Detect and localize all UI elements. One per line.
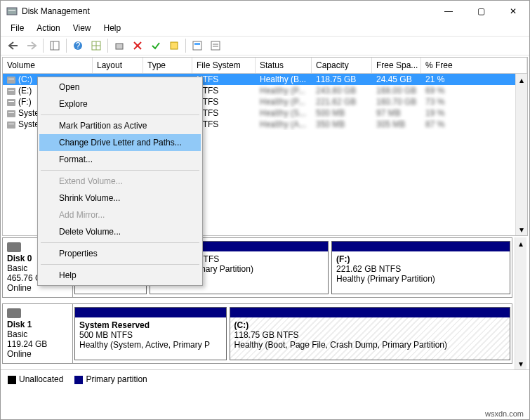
svg-rect-11 (116, 44, 123, 49)
partition-status: Healthy (System, Active, Primary P (79, 340, 210, 350)
partition[interactable]: (F:)221.62 GB NTFSHealthy (Primary Parti… (331, 241, 510, 294)
scroll-down-icon[interactable]: ▾ (515, 357, 526, 369)
titlebar: Disk Management — ▢ ✕ (1, 1, 529, 22)
menu-file[interactable]: File (5, 22, 29, 36)
view-icon[interactable] (46, 37, 63, 54)
context-menu-item: Add Mirror... (39, 206, 201, 223)
help-icon[interactable]: ? (69, 37, 86, 54)
column-headers: Volume Layout Type File System Status Ca… (3, 58, 527, 74)
props-icon[interactable] (189, 37, 206, 54)
svg-text:?: ? (76, 41, 81, 51)
partition-title: (F:) (336, 254, 350, 264)
volume-name: (E:) (18, 86, 32, 96)
col-fs[interactable]: File System (192, 58, 256, 73)
disk-header[interactable]: Disk 1 Basic 119.24 GB Online (3, 304, 73, 363)
svg-rect-17 (211, 41, 220, 50)
maximize-button[interactable]: ▢ (465, 1, 497, 22)
svg-rect-1 (8, 10, 15, 11)
context-menu: OpenExploreMark Partition as ActiveChang… (37, 77, 203, 286)
col-volume[interactable]: Volume (3, 58, 93, 73)
capacity: 221.62 GB (312, 96, 372, 107)
context-menu-item[interactable]: Explore (39, 96, 201, 112)
window-title: Disk Management (22, 6, 432, 16)
partition[interactable]: (C:)118.75 GB NTFSHealthy (Boot, Page Fi… (230, 307, 510, 360)
close-button[interactable]: ✕ (497, 1, 529, 22)
check-icon[interactable] (147, 37, 164, 54)
watermark: wsxdn.com (485, 409, 524, 418)
graphical-scrollbar[interactable]: ▴ ▾ (515, 237, 526, 369)
scroll-down-icon[interactable]: ▾ (516, 223, 527, 235)
col-pct[interactable]: % Free (421, 58, 527, 73)
free: 305 MB (372, 119, 421, 130)
context-menu-item: Extend Volume... (39, 173, 201, 190)
context-menu-item[interactable]: Help (39, 267, 201, 284)
status: Healthy (A... (256, 119, 312, 130)
col-status[interactable]: Status (256, 58, 312, 73)
scroll-up-icon[interactable]: ▴ (516, 74, 527, 86)
pct: 69 % (421, 85, 527, 96)
svg-rect-16 (194, 43, 200, 45)
col-layout[interactable]: Layout (93, 58, 143, 73)
capacity: 118.75 GB (312, 74, 372, 85)
partition-status: Healthy (Boot, Page File, Crash Dump, Pr… (234, 340, 447, 350)
col-capacity[interactable]: Capacity (312, 58, 372, 73)
partition-title: (C:) (234, 320, 249, 330)
context-menu-item[interactable]: Format... (39, 151, 201, 168)
scroll-up-icon[interactable]: ▴ (515, 237, 526, 249)
disk-pane: Disk 1 Basic 119.24 GB OnlineSystem Rese… (2, 303, 512, 364)
pct: 21 % (421, 74, 527, 85)
context-menu-item[interactable]: Shrink Volume... (39, 190, 201, 206)
menu-action[interactable]: Action (31, 22, 65, 36)
capacity: 350 MB (312, 119, 372, 130)
svg-rect-0 (7, 8, 17, 15)
col-type[interactable]: Type (143, 58, 192, 73)
disk-state: Online (7, 349, 68, 359)
status: Healthy (B... (256, 74, 312, 85)
context-menu-item[interactable]: Properties (39, 245, 201, 262)
svg-rect-15 (193, 41, 201, 50)
status: Healthy (S... (256, 107, 312, 119)
free: 160.70 GB (372, 96, 421, 107)
app-icon (6, 6, 18, 17)
capacity: 243.80 GB (312, 85, 372, 96)
forward-button[interactable] (23, 37, 40, 54)
context-menu-item[interactable]: Delete Volume... (39, 223, 201, 240)
free: 97 MB (372, 107, 421, 119)
context-menu-item[interactable]: Change Drive Letter and Paths... (39, 134, 201, 151)
pct: 19 % (421, 107, 527, 119)
grid-icon[interactable] (88, 37, 105, 54)
free: 168.00 GB (372, 85, 421, 96)
new-icon[interactable] (166, 37, 183, 54)
legend-unallocated: Unallocated (8, 374, 63, 384)
volume-name: (C:) (18, 74, 32, 84)
partition-status: Healthy (Primary Partition) (336, 274, 435, 284)
list-icon[interactable] (207, 37, 224, 54)
col-free[interactable]: Free Spa... (372, 58, 421, 73)
menu-help[interactable]: Help (98, 22, 127, 36)
partition-size: 500 MB NTFS (79, 330, 133, 340)
disk-size: 119.24 GB (7, 339, 68, 349)
pct: 87 % (421, 119, 527, 130)
vertical-scrollbar[interactable]: ▴ ▾ (515, 74, 527, 235)
partition-size: 221.62 GB NTFS (336, 264, 401, 274)
context-menu-item[interactable]: Mark Partition as Active (39, 117, 201, 134)
status: Healthy (P... (256, 85, 312, 96)
partition[interactable]: System Reserved500 MB NTFSHealthy (Syste… (74, 307, 227, 360)
disk-icon (7, 242, 21, 252)
menu-view[interactable]: View (67, 22, 97, 36)
legend: Unallocated Primary partition (1, 369, 529, 388)
delete-icon[interactable] (129, 37, 146, 54)
settings-icon[interactable] (111, 37, 128, 54)
toolbar: ? (1, 36, 529, 55)
back-button[interactable] (5, 37, 22, 54)
partition-size: 118.75 GB NTFS (234, 330, 299, 340)
disk-basic: Basic (7, 329, 68, 339)
legend-primary: Primary partition (74, 374, 147, 384)
context-menu-item[interactable]: Open (39, 79, 201, 96)
disk-icon (7, 308, 21, 318)
free: 24.45 GB (372, 74, 421, 85)
pct: 73 % (421, 96, 527, 107)
minimize-button[interactable]: — (432, 1, 465, 22)
svg-rect-4 (51, 41, 59, 50)
partition-title: System Reserved (79, 320, 150, 330)
